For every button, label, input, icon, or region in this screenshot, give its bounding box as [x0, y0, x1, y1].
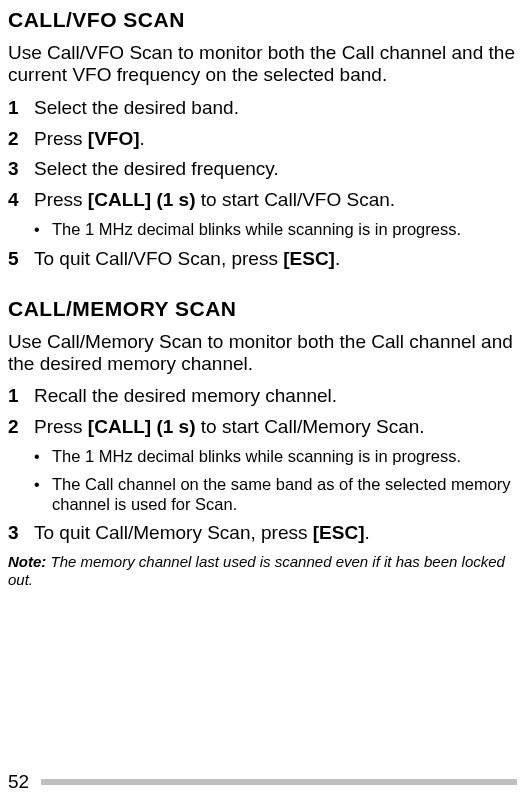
- step-text: Select the desired frequency.: [34, 158, 279, 181]
- step-number: 3: [8, 522, 34, 545]
- step-text-pre: To quit Call/VFO Scan, press: [34, 248, 283, 269]
- key-label: [ESC]: [313, 522, 365, 543]
- bullet-row: • The 1 MHz decimal blinks while scannin…: [34, 220, 521, 240]
- step-number: 4: [8, 189, 34, 212]
- bullet-row: • The Call channel on the same band as o…: [34, 475, 521, 515]
- step-row: 3 To quit Call/Memory Scan, press [ESC].: [8, 522, 521, 545]
- step-row: 2 Press [VFO].: [8, 128, 521, 151]
- section-intro-call-memory: Use Call/Memory Scan to monitor both the…: [8, 331, 521, 376]
- page-number: 52: [8, 771, 29, 793]
- footer-bar: [41, 779, 517, 785]
- bullet-text: The 1 MHz decimal blinks while scanning …: [52, 447, 461, 467]
- step-text-pre: Press: [34, 189, 88, 210]
- step-text-post: .: [365, 522, 370, 543]
- step-text-post: .: [140, 128, 145, 149]
- step-number: 3: [8, 158, 34, 181]
- step-text: Press [CALL] (1 s) to start Call/Memory …: [34, 416, 425, 439]
- page-footer: 52: [8, 771, 517, 793]
- step-text: Recall the desired memory channel.: [34, 385, 337, 408]
- step-text: Press [VFO].: [34, 128, 145, 151]
- key-label: [CALL] (1 s): [88, 189, 196, 210]
- bullet-dot: •: [34, 447, 52, 467]
- step-text-post: to start Call/Memory Scan.: [196, 416, 425, 437]
- step-text-pre: Press: [34, 416, 88, 437]
- step-number: 2: [8, 416, 34, 439]
- step-text: To quit Call/Memory Scan, press [ESC].: [34, 522, 370, 545]
- step-number: 1: [8, 385, 34, 408]
- step-row: 5 To quit Call/VFO Scan, press [ESC].: [8, 248, 521, 271]
- step-text-pre: To quit Call/Memory Scan, press: [34, 522, 313, 543]
- section-title-call-vfo-scan: CALL/VFO SCAN: [8, 8, 521, 32]
- bullet-text: The Call channel on the same band as of …: [52, 475, 521, 515]
- key-label: [ESC]: [283, 248, 335, 269]
- step-text: Select the desired band.: [34, 97, 239, 120]
- step-number: 5: [8, 248, 34, 271]
- step-number: 2: [8, 128, 34, 151]
- note-label: Note:: [8, 553, 46, 570]
- step-text: Press [CALL] (1 s) to start Call/VFO Sca…: [34, 189, 395, 212]
- bullet-dot: •: [34, 475, 52, 515]
- step-row: 4 Press [CALL] (1 s) to start Call/VFO S…: [8, 189, 521, 212]
- key-label: [VFO]: [88, 128, 140, 149]
- step-text-post: .: [335, 248, 340, 269]
- step-row: 1 Select the desired band.: [8, 97, 521, 120]
- step-text-pre: Press: [34, 128, 88, 149]
- section-title-call-memory-scan: CALL/MEMORY SCAN: [8, 297, 521, 321]
- note: Note: The memory channel last used is sc…: [8, 553, 521, 589]
- note-body: The memory channel last used is scanned …: [8, 553, 505, 588]
- step-row: 3 Select the desired frequency.: [8, 158, 521, 181]
- key-label: [CALL] (1 s): [88, 416, 196, 437]
- step-text-post: to start Call/VFO Scan.: [196, 189, 396, 210]
- step-text: To quit Call/VFO Scan, press [ESC].: [34, 248, 340, 271]
- step-row: 2 Press [CALL] (1 s) to start Call/Memor…: [8, 416, 521, 439]
- section-intro-call-vfo: Use Call/VFO Scan to monitor both the Ca…: [8, 42, 521, 87]
- bullet-text: The 1 MHz decimal blinks while scanning …: [52, 220, 461, 240]
- step-row: 1 Recall the desired memory channel.: [8, 385, 521, 408]
- bullet-dot: •: [34, 220, 52, 240]
- step-number: 1: [8, 97, 34, 120]
- bullet-row: • The 1 MHz decimal blinks while scannin…: [34, 447, 521, 467]
- document-page: CALL/VFO SCAN Use Call/VFO Scan to monit…: [0, 0, 525, 807]
